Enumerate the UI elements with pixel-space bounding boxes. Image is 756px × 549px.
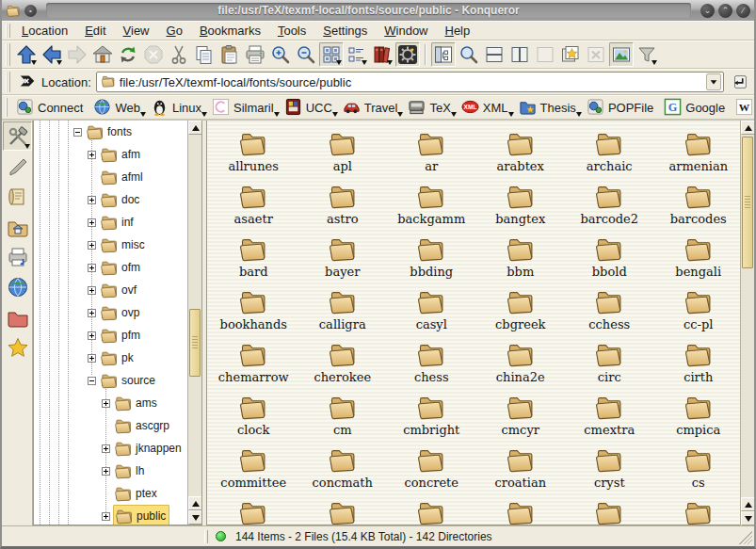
folder-item-cbgreek[interactable]: cbgreek: [476, 284, 566, 337]
tree-item-body[interactable]: lh: [113, 460, 147, 481]
folder-item-barcodes[interactable]: barcodes: [654, 179, 741, 232]
tree-item-ams[interactable]: ams: [34, 392, 187, 414]
cut-button[interactable]: [167, 42, 191, 67]
folder-item-bbding[interactable]: bbding: [387, 232, 476, 284]
folder-item-bangtex[interactable]: bangtex: [476, 179, 566, 232]
folder-item-cchess[interactable]: cchess: [565, 284, 654, 337]
maximize-button[interactable]: ⌃: [718, 4, 732, 18]
tree-scrollbar-thumb[interactable]: [189, 309, 201, 377]
tree-item-body[interactable]: fonts: [85, 121, 135, 142]
tree-item-ovf[interactable]: ovf: [34, 279, 187, 301]
tree-item-body[interactable]: jknappen: [113, 438, 185, 459]
folder-item-clipped[interactable]: [387, 495, 476, 525]
folder-item-clock[interactable]: clock: [209, 390, 298, 443]
resize-grip[interactable]: [739, 531, 752, 544]
bookmark-popfile[interactable]: POPFile: [583, 96, 658, 119]
folder-item-cmpica[interactable]: cmpica: [654, 390, 741, 443]
clear-location-button[interactable]: [18, 72, 37, 93]
menu-settings[interactable]: Settings: [314, 22, 376, 40]
close-button[interactable]: ∕: [736, 4, 750, 18]
tree-item-body[interactable]: inf: [99, 212, 137, 233]
bookmark-google[interactable]: GGoogle: [660, 96, 730, 119]
folder-item-cc-pl[interactable]: cc-pl: [654, 284, 741, 337]
menu-view[interactable]: View: [115, 22, 158, 40]
sidebar-tab-history-scroll[interactable]: [3, 182, 32, 211]
folder-item-bookhands[interactable]: bookhands: [209, 284, 298, 337]
location-dropdown-button[interactable]: [706, 73, 721, 90]
scroll-up-button[interactable]: [741, 121, 754, 135]
expand-expander-icon[interactable]: [88, 331, 96, 340]
paste-button[interactable]: [217, 42, 242, 67]
expand-expander-icon[interactable]: [88, 286, 96, 295]
tree-item-misc[interactable]: misc: [34, 234, 187, 256]
sidebar-tab-services[interactable]: [3, 242, 32, 271]
expand-expander-icon[interactable]: [88, 151, 96, 159]
folder-item-armenian[interactable]: armenian: [654, 126, 741, 179]
tree-item-source[interactable]: source: [34, 369, 187, 392]
tree-item-body[interactable]: afml: [99, 167, 146, 187]
tree-item-afm[interactable]: afm: [34, 143, 187, 166]
folder-item-cmcyr[interactable]: cmcyr: [476, 390, 566, 443]
expand-expander-icon[interactable]: [88, 354, 96, 363]
folder-item-archaic[interactable]: archaic: [565, 126, 654, 179]
tree-item-jknappen[interactable]: jknappen: [34, 437, 187, 460]
menu-tools[interactable]: Tools: [269, 22, 314, 40]
folder-item-cirth[interactable]: cirth: [654, 337, 741, 390]
folder-item-clipped[interactable]: [476, 495, 566, 525]
bookmark-tex[interactable]: TeX: [404, 96, 455, 119]
location-combobox[interactable]: file:/usr/TeX/texmf-local/fonts/source/p…: [96, 72, 724, 92]
tree-item-body[interactable]: source: [99, 370, 158, 391]
scroll-up-button[interactable]: [188, 496, 202, 510]
scroll-up-button[interactable]: [741, 497, 754, 511]
tree-item-body[interactable]: ascgrp: [113, 415, 172, 436]
folder-item-asaetr[interactable]: asaetr: [209, 179, 298, 232]
folder-item-bayer[interactable]: bayer: [298, 232, 388, 284]
menu-location[interactable]: Location: [13, 22, 76, 40]
folder-item-calligra[interactable]: calligra: [298, 284, 388, 337]
folder-item-bbm[interactable]: bbm: [476, 232, 566, 284]
copy-button[interactable]: [192, 42, 217, 67]
tree-item-ovp[interactable]: ovp: [34, 301, 187, 324]
folder-item-clipped[interactable]: [565, 495, 654, 525]
home-button[interactable]: [90, 42, 115, 67]
tree-item-inf[interactable]: inf: [34, 211, 187, 234]
tree-item-body[interactable]: ptex: [113, 483, 160, 504]
folder-item-cherokee[interactable]: cherokee: [298, 337, 388, 390]
new-view-star-button[interactable]: [558, 42, 583, 67]
window-menu-button[interactable]: •: [24, 5, 37, 17]
folder-item-cryst[interactable]: cryst: [565, 443, 654, 495]
scroll-up-button[interactable]: [188, 121, 202, 135]
folder-item-china2e[interactable]: china2e: [476, 337, 566, 390]
folder-item-chess[interactable]: chess: [387, 337, 476, 390]
folder-item-clipped[interactable]: [298, 495, 388, 525]
tree-item-body[interactable]: doc: [99, 189, 142, 210]
tree-item-ascgrp[interactable]: ascgrp: [34, 414, 187, 437]
location-input[interactable]: file:/usr/TeX/texmf-local/fonts/source/p…: [120, 75, 702, 89]
tree-item-ptex[interactable]: ptex: [34, 482, 187, 505]
tree-item-body[interactable]: ofm: [99, 257, 143, 278]
bookmark-thesis[interactable]: Thesis: [515, 96, 581, 119]
menu-edit[interactable]: Edit: [76, 22, 114, 40]
minimize-button[interactable]: ⌄: [700, 4, 715, 18]
sidebar-tab-root-folder[interactable]: [3, 302, 32, 331]
statusbar-grip[interactable]: [204, 530, 208, 543]
expand-expander-icon[interactable]: [102, 399, 110, 408]
folder-item-bbold[interactable]: bbold: [565, 232, 654, 284]
folder-item-bengali[interactable]: bengali: [654, 232, 741, 284]
bookmark-linux[interactable]: Linux: [147, 96, 206, 119]
scroll-down-button[interactable]: [188, 510, 202, 525]
sidebar-tab-configure[interactable]: [3, 121, 32, 151]
bookmark-silmaril[interactable]: Silmaril: [208, 96, 279, 119]
sidebar-tab-bookmark-arrow[interactable]: [3, 152, 32, 181]
bookmark-ucc[interactable]: UCC: [281, 96, 337, 119]
menu-help[interactable]: Help: [437, 22, 479, 40]
tree-item-body[interactable]: ovf: [99, 280, 139, 300]
folder-item-ar[interactable]: ar: [387, 126, 476, 179]
tree-scrollbar[interactable]: [187, 121, 201, 525]
main-scrollbar-thumb[interactable]: [742, 137, 753, 268]
expand-expander-icon[interactable]: [88, 218, 96, 227]
tree-item-ofm[interactable]: ofm: [34, 256, 187, 279]
icon-view-button[interactable]: [319, 42, 344, 67]
expand-expander-icon[interactable]: [88, 241, 96, 250]
folder-item-allrunes[interactable]: allrunes: [209, 126, 298, 179]
